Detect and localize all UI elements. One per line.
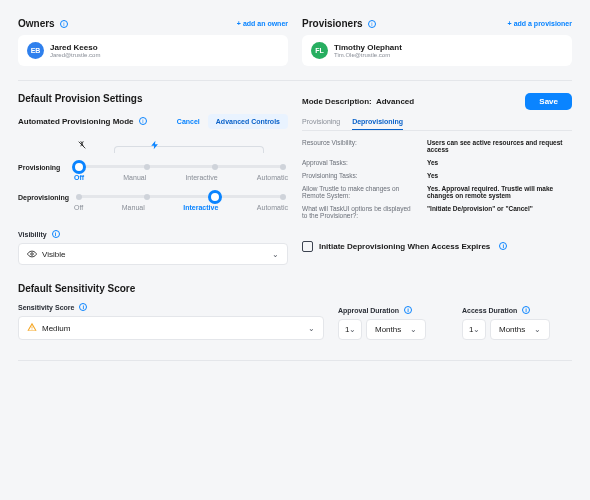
provisioning-mode-group: Provisioning Off Manual Interactive Auto… xyxy=(18,139,288,211)
svg-point-1 xyxy=(31,253,34,256)
chevron-down-icon: ⌄ xyxy=(473,325,480,334)
provisioning-row-label: Provisioning xyxy=(18,157,64,171)
visibility-select[interactable]: Visible ⌄ xyxy=(18,243,288,265)
approval-duration-unit[interactable]: Months⌄ xyxy=(366,319,426,340)
add-provisioner-link[interactable]: + add a provisioner xyxy=(508,20,572,27)
avatar: FL xyxy=(311,42,328,59)
provisioning-labels: Off Manual Interactive Automatic xyxy=(74,174,288,181)
info-icon[interactable]: i xyxy=(368,20,376,28)
tab-deprovisioning[interactable]: Deprovisioning xyxy=(352,118,403,130)
warning-icon xyxy=(27,322,37,334)
people-section: Owners i + add an owner EB Jared Keeso J… xyxy=(18,18,572,66)
info-icon[interactable]: i xyxy=(52,230,60,238)
deprovisioning-slider: Deprovisioning Off Manual Interactive Au… xyxy=(18,187,288,211)
mode-label: Automated Provisioning Mode xyxy=(18,117,134,126)
access-duration-unit[interactable]: Months⌄ xyxy=(490,319,550,340)
chevron-down-icon: ⌄ xyxy=(534,325,541,334)
info-icon[interactable]: i xyxy=(60,20,68,28)
bracket-decoration xyxy=(114,146,264,153)
chevron-down-icon: ⌄ xyxy=(272,250,279,259)
provision-settings: Default Provision Settings Automated Pro… xyxy=(18,93,572,265)
initiate-deprov-label: Initiate Deprovisioning When Access Expi… xyxy=(319,242,490,251)
info-icon[interactable]: i xyxy=(499,242,507,250)
settings-title: Default Provision Settings xyxy=(18,93,288,104)
owner-card[interactable]: EB Jared Keeso Jared@trustle.com xyxy=(18,35,288,66)
divider xyxy=(18,80,572,81)
initiate-deprov-checkbox[interactable] xyxy=(302,241,313,252)
deprovisioning-labels: Off Manual Interactive Automatic xyxy=(74,204,288,211)
mode-desc-value: Advanced xyxy=(376,97,414,106)
owners-title: Owners xyxy=(18,18,55,29)
eye-icon xyxy=(27,249,37,259)
provisioner-name: Timothy Olephant xyxy=(334,43,402,52)
mode-description-list: Resource Visibility:Users can see active… xyxy=(302,139,572,219)
cancel-button[interactable]: Cancel xyxy=(177,118,200,125)
owners-column: Owners i + add an owner EB Jared Keeso J… xyxy=(18,18,288,66)
mode-desc-prefix: Mode Description: xyxy=(302,97,372,106)
slider-thumb[interactable] xyxy=(208,190,222,204)
chevron-down-icon: ⌄ xyxy=(349,325,356,334)
approval-duration-label: Approval Duration xyxy=(338,307,399,314)
sensitivity-score-select[interactable]: Medium ⌄ xyxy=(18,316,324,340)
owner-name: Jared Keeso xyxy=(50,43,100,52)
slider-track[interactable] xyxy=(79,195,283,198)
provisioner-email: Tim.Ole@trustle.com xyxy=(334,52,402,58)
bolt-icon xyxy=(149,139,161,151)
chevron-down-icon: ⌄ xyxy=(410,325,417,334)
access-duration-number[interactable]: 1⌄ xyxy=(462,319,486,340)
advanced-controls-button[interactable]: Advanced Controls xyxy=(208,114,288,129)
slider-thumb[interactable] xyxy=(72,160,86,174)
deprovisioning-row-label: Deprovisioning xyxy=(18,187,64,201)
access-duration-label: Access Duration xyxy=(462,307,517,314)
provisioning-slider: Provisioning Off Manual Interactive Auto… xyxy=(18,157,288,181)
sensitivity-score-label: Sensitivity Score xyxy=(18,304,74,311)
approval-duration-number[interactable]: 1⌄ xyxy=(338,319,362,340)
save-button[interactable]: Save xyxy=(525,93,572,110)
provisioner-card[interactable]: FL Timothy Olephant Tim.Ole@trustle.com xyxy=(302,35,572,66)
visibility-label: Visibility xyxy=(18,231,47,238)
info-icon[interactable]: i xyxy=(404,306,412,314)
info-icon[interactable]: i xyxy=(79,303,87,311)
info-icon[interactable]: i xyxy=(522,306,530,314)
svg-line-0 xyxy=(79,142,86,149)
sensitivity-title: Default Sensitivity Score xyxy=(18,283,572,294)
add-owner-link[interactable]: + add an owner xyxy=(237,20,288,27)
tab-provisioning[interactable]: Provisioning xyxy=(302,118,340,130)
owner-email: Jared@trustle.com xyxy=(50,52,100,58)
mode-tabs: Provisioning Deprovisioning xyxy=(302,118,572,131)
divider xyxy=(18,360,572,361)
avatar: EB xyxy=(27,42,44,59)
chevron-down-icon: ⌄ xyxy=(308,324,315,333)
off-icon xyxy=(76,139,88,151)
slider-track[interactable] xyxy=(79,165,283,168)
provisioners-title: Provisioners xyxy=(302,18,363,29)
info-icon[interactable]: i xyxy=(139,117,147,125)
provisioners-column: Provisioners i + add a provisioner FL Ti… xyxy=(302,18,572,66)
